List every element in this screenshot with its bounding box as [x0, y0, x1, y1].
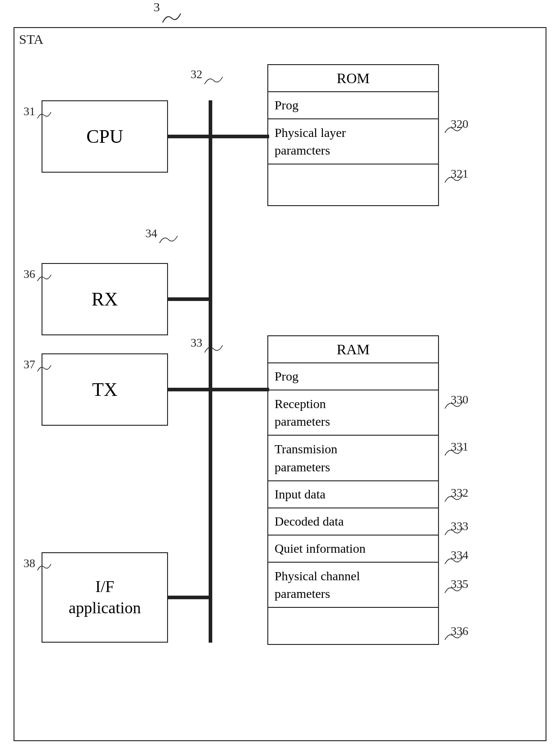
- ram-quiet-label: Quiet information: [275, 541, 365, 556]
- ref-37: 37: [23, 358, 35, 371]
- squig-331-icon: [443, 443, 465, 459]
- ram-row-channel: Physical channelparameters: [268, 563, 438, 608]
- rx-label: RX: [92, 288, 118, 310]
- bus-ram-connector: [210, 388, 269, 391]
- ram-reception-label: Receptionparameters: [275, 395, 330, 430]
- cpu-label: CPU: [86, 126, 123, 147]
- rom-header: ROM: [268, 65, 438, 92]
- squig-320-icon: [443, 120, 465, 136]
- squig-321-icon: [443, 170, 465, 186]
- ram-title: RAM: [337, 341, 370, 358]
- ram-prog-label: Prog: [275, 369, 299, 384]
- if-bus-connector: [168, 596, 210, 599]
- tx-label: TX: [92, 379, 117, 400]
- tx-box: TX: [42, 353, 168, 426]
- squig-335-icon: [443, 580, 465, 596]
- tx-bus-connector: [168, 388, 210, 391]
- ref-31: 31: [23, 105, 35, 118]
- if-label: I/Fapplication: [69, 576, 141, 619]
- ram-row-quiet: Quiet information: [268, 536, 438, 563]
- rom-prog-label: Prog: [275, 98, 299, 113]
- ram-box: RAM Prog Receptionparameters Transmision…: [267, 335, 439, 645]
- squig-34-icon: [157, 230, 180, 246]
- squig-32-icon: [202, 71, 225, 87]
- rx-box: RX: [42, 263, 168, 335]
- rx-bus-connector: [168, 297, 210, 301]
- rom-title: ROM: [337, 70, 370, 87]
- ref-34: 34: [145, 227, 157, 240]
- rom-row-physical: Physical layerparamcters: [268, 119, 438, 164]
- ram-transmision-label: Transmisionparameters: [275, 440, 337, 475]
- rom-row-empty: [268, 164, 438, 205]
- squig-334-icon: [443, 551, 465, 567]
- rom-box: ROM Prog Physical layerparamcters: [267, 64, 439, 206]
- rom-row-prog: Prog: [268, 92, 438, 119]
- squig-336-icon: [443, 627, 465, 643]
- ram-row-empty: [268, 608, 438, 644]
- main-bus-vertical: [209, 100, 212, 643]
- cpu-bus-connector: [168, 135, 210, 138]
- if-box: I/Fapplication: [42, 552, 168, 643]
- cpu-box: CPU: [42, 100, 168, 173]
- ram-channel-label: Physical channelparameters: [275, 567, 360, 602]
- ram-row-input: Input data: [268, 481, 438, 508]
- ref-36: 36: [23, 268, 35, 281]
- squig-3-icon: [158, 5, 185, 27]
- rom-physical-label: Physical layerparamcters: [275, 124, 346, 159]
- ref-32: 32: [191, 68, 202, 81]
- ram-decoded-label: Decoded data: [275, 514, 344, 529]
- ram-row-decoded: Decoded data: [268, 508, 438, 536]
- squig-332-icon: [443, 489, 465, 505]
- bus-rom-connector: [210, 135, 269, 138]
- ram-row-prog: Prog: [268, 363, 438, 390]
- squig-333-icon: [443, 522, 465, 538]
- squig-33-icon: [202, 340, 225, 356]
- ref-33: 33: [191, 336, 202, 350]
- ram-input-label: Input data: [275, 487, 326, 502]
- diagram-container: STA 31 CPU 36 RX 37 TX 38 I/Fapplication: [14, 27, 546, 741]
- ram-row-transmision: Transmisionparameters: [268, 436, 438, 481]
- ram-header: RAM: [268, 336, 438, 363]
- sta-label: STA: [19, 32, 43, 47]
- ref-38: 38: [23, 557, 35, 570]
- ram-row-reception: Receptionparameters: [268, 390, 438, 436]
- squig-330-icon: [443, 396, 465, 412]
